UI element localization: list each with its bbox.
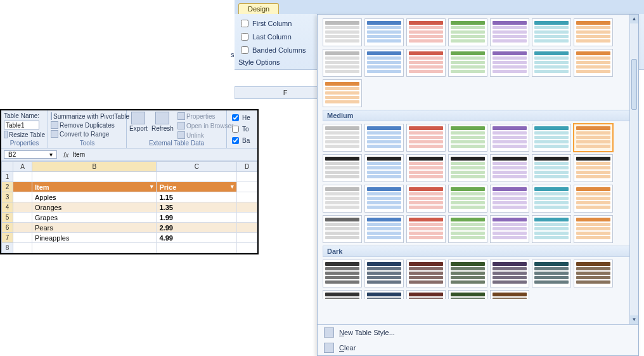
hdr-item[interactable]: Item▾ (32, 182, 157, 192)
cell[interactable]: Pears (32, 223, 157, 233)
table-style-swatch[interactable] (448, 185, 487, 213)
table-style-swatch[interactable] (574, 49, 613, 77)
table-style-swatch[interactable] (490, 18, 529, 46)
table-style-swatch[interactable] (406, 260, 446, 287)
remove-duplicates[interactable]: Remove Duplicates (51, 121, 124, 129)
table-style-swatch[interactable] (532, 185, 571, 213)
table-style-swatch[interactable] (323, 49, 362, 77)
table-style-swatch[interactable] (448, 260, 487, 287)
refresh-button[interactable]: Refresh (151, 112, 174, 140)
scroll-thumb[interactable] (631, 59, 637, 110)
table-style-swatch[interactable] (574, 124, 613, 152)
row-6[interactable]: 6 (2, 223, 13, 233)
table-style-swatch[interactable] (364, 124, 404, 152)
table-style-swatch[interactable] (574, 185, 613, 213)
table-style-swatch[interactable] (490, 124, 529, 152)
scroll-down-icon[interactable]: ▼ (630, 315, 638, 324)
scroll-up-icon[interactable]: ▲ (630, 15, 638, 23)
cell[interactable]: Apples (32, 192, 157, 202)
cell[interactable]: 1.35 (157, 202, 237, 213)
table-style-swatch[interactable] (532, 260, 571, 287)
table-style-swatch[interactable] (406, 215, 446, 243)
table-style-swatch[interactable] (364, 215, 404, 243)
table-style-swatch[interactable] (323, 290, 362, 299)
table-style-swatch[interactable] (532, 124, 571, 152)
table-style-swatch[interactable] (448, 49, 487, 77)
cell[interactable]: Pineapples (32, 233, 157, 243)
gallery-scrollbar[interactable]: ▲ ▼ (629, 15, 638, 324)
table-style-swatch[interactable] (490, 185, 529, 213)
new-table-style[interactable]: NNew Table Style...ew Table Style... (318, 325, 638, 340)
table-style-swatch[interactable] (448, 215, 487, 243)
table-style-swatch[interactable] (364, 18, 404, 46)
cell[interactable]: 1.99 (157, 213, 237, 223)
table-style-swatch[interactable] (448, 18, 487, 46)
col-b[interactable]: B (32, 162, 157, 172)
table-style-swatch[interactable] (490, 290, 529, 299)
col-d[interactable]: D (237, 162, 257, 172)
fx-icon[interactable]: fx (63, 151, 69, 159)
table-style-swatch[interactable] (364, 260, 404, 287)
table-style-swatch[interactable] (323, 124, 362, 152)
table-style-swatch[interactable] (574, 215, 613, 243)
table-style-swatch[interactable] (364, 290, 404, 299)
table-style-swatch[interactable] (406, 290, 446, 299)
table-style-swatch[interactable] (406, 124, 446, 152)
tab-design[interactable]: Design (238, 3, 279, 14)
table-style-swatch[interactable] (490, 260, 529, 287)
table-style-swatch[interactable] (364, 49, 404, 77)
table-style-swatch[interactable] (323, 18, 362, 46)
table-style-swatch[interactable] (406, 154, 446, 182)
check-banded[interactable]: Ba (229, 135, 255, 146)
cell[interactable]: 4.99 (157, 233, 237, 243)
row-1[interactable]: 1 (2, 172, 13, 182)
table-style-swatch[interactable] (532, 154, 571, 182)
table-style-swatch[interactable] (323, 154, 362, 182)
cell[interactable]: 1.15 (157, 192, 237, 202)
check-header[interactable]: He (229, 112, 255, 123)
col-c[interactable]: C (157, 162, 237, 172)
row-4[interactable]: 4 (2, 202, 13, 213)
table-style-swatch[interactable] (448, 290, 487, 299)
table-style-swatch[interactable] (406, 18, 446, 46)
table-style-swatch[interactable] (364, 154, 404, 182)
summarize-pivot[interactable]: Summarize with PivotTable (51, 112, 124, 121)
table-style-swatch[interactable] (490, 215, 529, 243)
filter-icon[interactable]: ▾ (231, 183, 234, 190)
convert-to-range[interactable]: Convert to Range (51, 129, 124, 138)
table-style-swatch[interactable] (532, 215, 571, 243)
cell[interactable]: Grapes (32, 213, 157, 223)
table-style-swatch[interactable] (490, 49, 529, 77)
clear-style[interactable]: Clear (318, 340, 638, 355)
row-5[interactable]: 5 (2, 213, 13, 223)
last-column-check[interactable]: Last Column (238, 31, 317, 43)
first-column-check[interactable]: First Column (238, 18, 317, 29)
hdr-price[interactable]: Price▾ (157, 182, 237, 192)
check-total[interactable]: To (229, 124, 255, 135)
row-3[interactable]: 3 (2, 192, 13, 202)
table-style-swatch[interactable] (364, 185, 404, 213)
export-button[interactable]: Export (129, 112, 148, 140)
row-7[interactable]: 7 (2, 233, 13, 243)
filter-icon[interactable]: ▾ (150, 183, 153, 190)
resize-table[interactable]: Resize Table (4, 130, 45, 139)
table-style-swatch[interactable] (532, 18, 571, 46)
formula-value[interactable]: Item (73, 151, 85, 158)
table-style-swatch[interactable] (406, 185, 446, 213)
row-8[interactable]: 8 (2, 243, 13, 253)
col-a[interactable]: A (13, 162, 32, 172)
table-style-swatch[interactable] (323, 185, 362, 213)
table-style-swatch[interactable] (574, 154, 613, 182)
cell[interactable]: 2.99 (157, 223, 237, 233)
table-style-swatch[interactable] (406, 49, 446, 77)
banded-columns-check[interactable]: Banded Columns (238, 44, 317, 56)
table-style-swatch[interactable] (323, 79, 362, 107)
row-2[interactable]: 2 (2, 182, 13, 192)
table-style-swatch[interactable] (448, 124, 487, 152)
table-style-swatch[interactable] (532, 49, 571, 77)
table-style-swatch[interactable] (574, 18, 613, 46)
table-name-input[interactable] (4, 121, 39, 129)
worksheet[interactable]: A B C D 1 2 Item▾ Price▾ 3Apples1.15 4Or… (1, 161, 257, 253)
table-style-swatch[interactable] (323, 215, 362, 243)
table-style-swatch[interactable] (490, 154, 529, 182)
